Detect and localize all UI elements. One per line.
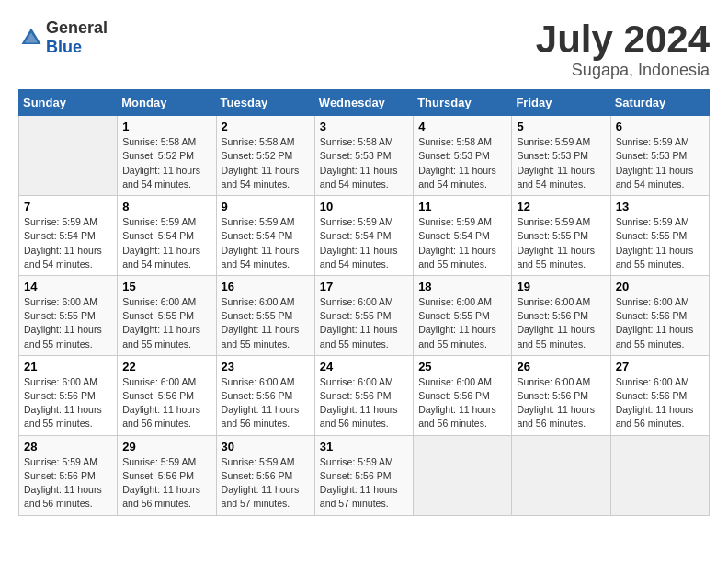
day-number: 14 xyxy=(24,280,112,293)
day-number: 30 xyxy=(222,440,310,454)
day-cell: 12Sunrise: 5:59 AM Sunset: 5:55 PM Dayli… xyxy=(512,196,610,276)
week-row-3: 21Sunrise: 6:00 AM Sunset: 5:56 PM Dayli… xyxy=(19,355,710,435)
day-number: 12 xyxy=(517,200,605,213)
day-info: Sunrise: 6:00 AM Sunset: 5:55 PM Dayligh… xyxy=(222,295,310,351)
day-cell: 25Sunrise: 6:00 AM Sunset: 5:56 PM Dayli… xyxy=(414,355,512,435)
logo-icon xyxy=(18,25,44,51)
day-number: 21 xyxy=(24,360,112,373)
day-cell: 3Sunrise: 5:58 AM Sunset: 5:53 PM Daylig… xyxy=(314,116,413,196)
day-info: Sunrise: 6:00 AM Sunset: 5:56 PM Dayligh… xyxy=(222,375,310,431)
calendar-body: 1Sunrise: 5:58 AM Sunset: 5:52 PM Daylig… xyxy=(19,116,710,515)
day-number: 17 xyxy=(320,280,408,293)
day-number: 11 xyxy=(418,200,506,213)
day-cell: 23Sunrise: 6:00 AM Sunset: 5:56 PM Dayli… xyxy=(216,355,314,435)
header-cell-monday: Monday xyxy=(118,90,216,116)
title-area: July 2024 Sugapa, Indonesia xyxy=(536,18,710,80)
day-number: 20 xyxy=(616,280,704,293)
day-info: Sunrise: 5:59 AM Sunset: 5:54 PM Dayligh… xyxy=(122,215,210,271)
calendar-table: SundayMondayTuesdayWednesdayThursdayFrid… xyxy=(18,89,710,515)
header-cell-thursday: Thursday xyxy=(414,90,512,116)
day-info: Sunrise: 5:59 AM Sunset: 5:54 PM Dayligh… xyxy=(320,215,408,271)
day-info: Sunrise: 6:00 AM Sunset: 5:56 PM Dayligh… xyxy=(517,375,605,431)
day-info: Sunrise: 5:59 AM Sunset: 5:55 PM Dayligh… xyxy=(517,215,605,271)
logo: General Blue xyxy=(18,18,108,57)
day-number: 29 xyxy=(122,440,210,454)
day-cell: 19Sunrise: 6:00 AM Sunset: 5:56 PM Dayli… xyxy=(512,275,610,355)
day-cell: 29Sunrise: 5:59 AM Sunset: 5:56 PM Dayli… xyxy=(118,435,216,515)
day-info: Sunrise: 5:58 AM Sunset: 5:52 PM Dayligh… xyxy=(222,135,310,191)
day-cell: 31Sunrise: 5:59 AM Sunset: 5:56 PM Dayli… xyxy=(314,435,413,515)
day-number: 26 xyxy=(517,360,605,373)
day-info: Sunrise: 5:59 AM Sunset: 5:56 PM Dayligh… xyxy=(320,455,408,511)
day-cell xyxy=(512,435,610,515)
day-number: 31 xyxy=(320,440,408,454)
day-number: 24 xyxy=(320,360,408,373)
day-cell: 22Sunrise: 6:00 AM Sunset: 5:56 PM Dayli… xyxy=(118,355,216,435)
week-row-1: 7Sunrise: 5:59 AM Sunset: 5:54 PM Daylig… xyxy=(19,196,710,276)
day-cell: 5Sunrise: 5:59 AM Sunset: 5:53 PM Daylig… xyxy=(512,116,610,196)
day-cell: 9Sunrise: 5:59 AM Sunset: 5:54 PM Daylig… xyxy=(216,196,314,276)
day-cell: 10Sunrise: 5:59 AM Sunset: 5:54 PM Dayli… xyxy=(314,196,413,276)
day-cell: 16Sunrise: 6:00 AM Sunset: 5:55 PM Dayli… xyxy=(216,275,314,355)
day-number: 25 xyxy=(418,360,506,373)
header-cell-saturday: Saturday xyxy=(610,90,709,116)
logo-general-text: General xyxy=(46,18,108,37)
day-cell xyxy=(414,435,512,515)
day-cell xyxy=(19,116,118,196)
day-cell: 2Sunrise: 5:58 AM Sunset: 5:52 PM Daylig… xyxy=(216,116,314,196)
calendar-header: SundayMondayTuesdayWednesdayThursdayFrid… xyxy=(19,90,710,116)
day-info: Sunrise: 5:59 AM Sunset: 5:56 PM Dayligh… xyxy=(24,455,112,511)
day-number: 27 xyxy=(616,360,704,373)
day-cell: 17Sunrise: 6:00 AM Sunset: 5:55 PM Dayli… xyxy=(314,275,413,355)
header: General Blue July 2024 Sugapa, Indonesia xyxy=(18,18,710,80)
day-cell xyxy=(610,435,709,515)
day-number: 2 xyxy=(222,120,310,133)
day-info: Sunrise: 6:00 AM Sunset: 5:56 PM Dayligh… xyxy=(418,375,506,431)
day-cell: 4Sunrise: 5:58 AM Sunset: 5:53 PM Daylig… xyxy=(414,116,512,196)
day-number: 7 xyxy=(24,200,112,213)
day-cell: 15Sunrise: 6:00 AM Sunset: 5:55 PM Dayli… xyxy=(118,275,216,355)
day-info: Sunrise: 5:59 AM Sunset: 5:56 PM Dayligh… xyxy=(122,455,210,511)
day-cell: 20Sunrise: 6:00 AM Sunset: 5:56 PM Dayli… xyxy=(610,275,709,355)
header-cell-tuesday: Tuesday xyxy=(216,90,314,116)
day-number: 23 xyxy=(222,360,310,373)
day-info: Sunrise: 6:00 AM Sunset: 5:56 PM Dayligh… xyxy=(320,375,408,431)
day-number: 5 xyxy=(517,120,605,133)
header-cell-wednesday: Wednesday xyxy=(314,90,413,116)
day-info: Sunrise: 6:00 AM Sunset: 5:56 PM Dayligh… xyxy=(616,375,704,431)
day-cell: 24Sunrise: 6:00 AM Sunset: 5:56 PM Dayli… xyxy=(314,355,413,435)
day-number: 6 xyxy=(616,120,704,133)
day-cell: 28Sunrise: 5:59 AM Sunset: 5:56 PM Dayli… xyxy=(19,435,118,515)
main-title: July 2024 xyxy=(536,18,710,61)
day-cell: 13Sunrise: 5:59 AM Sunset: 5:55 PM Dayli… xyxy=(610,196,709,276)
day-info: Sunrise: 6:00 AM Sunset: 5:55 PM Dayligh… xyxy=(320,295,408,351)
day-info: Sunrise: 5:59 AM Sunset: 5:54 PM Dayligh… xyxy=(418,215,506,271)
day-info: Sunrise: 5:58 AM Sunset: 5:53 PM Dayligh… xyxy=(418,135,506,191)
day-info: Sunrise: 5:59 AM Sunset: 5:54 PM Dayligh… xyxy=(24,215,112,271)
day-number: 10 xyxy=(320,200,408,213)
day-info: Sunrise: 5:59 AM Sunset: 5:53 PM Dayligh… xyxy=(616,135,704,191)
day-number: 19 xyxy=(517,280,605,293)
day-info: Sunrise: 6:00 AM Sunset: 5:55 PM Dayligh… xyxy=(122,295,210,351)
day-info: Sunrise: 5:58 AM Sunset: 5:52 PM Dayligh… xyxy=(122,135,210,191)
day-cell: 27Sunrise: 6:00 AM Sunset: 5:56 PM Dayli… xyxy=(610,355,709,435)
day-info: Sunrise: 6:00 AM Sunset: 5:55 PM Dayligh… xyxy=(418,295,506,351)
day-number: 4 xyxy=(418,120,506,133)
day-number: 8 xyxy=(122,200,210,213)
day-info: Sunrise: 5:59 AM Sunset: 5:53 PM Dayligh… xyxy=(517,135,605,191)
day-info: Sunrise: 5:59 AM Sunset: 5:55 PM Dayligh… xyxy=(616,215,704,271)
week-row-2: 14Sunrise: 6:00 AM Sunset: 5:55 PM Dayli… xyxy=(19,275,710,355)
subtitle: Sugapa, Indonesia xyxy=(536,61,710,80)
day-cell: 6Sunrise: 5:59 AM Sunset: 5:53 PM Daylig… xyxy=(610,116,709,196)
day-number: 22 xyxy=(122,360,210,373)
day-info: Sunrise: 6:00 AM Sunset: 5:55 PM Dayligh… xyxy=(24,295,112,351)
day-number: 18 xyxy=(418,280,506,293)
day-cell: 30Sunrise: 5:59 AM Sunset: 5:56 PM Dayli… xyxy=(216,435,314,515)
day-cell: 1Sunrise: 5:58 AM Sunset: 5:52 PM Daylig… xyxy=(118,116,216,196)
day-cell: 21Sunrise: 6:00 AM Sunset: 5:56 PM Dayli… xyxy=(19,355,118,435)
day-number: 9 xyxy=(222,200,310,213)
header-row: SundayMondayTuesdayWednesdayThursdayFrid… xyxy=(19,90,710,116)
day-info: Sunrise: 6:00 AM Sunset: 5:56 PM Dayligh… xyxy=(517,295,605,351)
day-cell: 11Sunrise: 5:59 AM Sunset: 5:54 PM Dayli… xyxy=(414,196,512,276)
header-cell-friday: Friday xyxy=(512,90,610,116)
